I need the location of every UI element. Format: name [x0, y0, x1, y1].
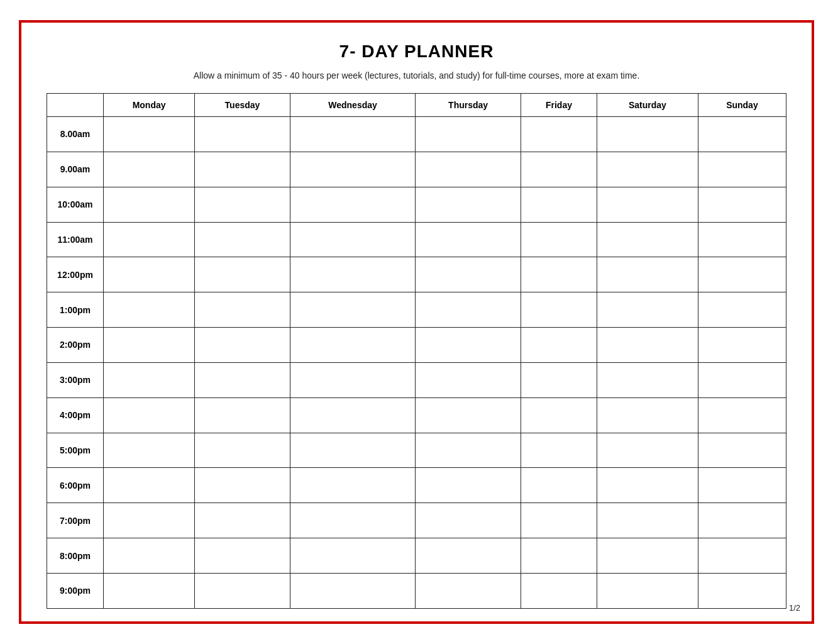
- schedule-cell[interactable]: [416, 187, 521, 222]
- schedule-cell[interactable]: [195, 362, 290, 397]
- schedule-cell[interactable]: [698, 117, 786, 152]
- schedule-cell[interactable]: [290, 187, 416, 222]
- schedule-cell[interactable]: [195, 503, 290, 538]
- schedule-cell[interactable]: [698, 468, 786, 503]
- schedule-cell[interactable]: [597, 503, 698, 538]
- schedule-cell[interactable]: [416, 468, 521, 503]
- schedule-cell[interactable]: [195, 187, 290, 222]
- schedule-cell[interactable]: [597, 573, 698, 608]
- schedule-cell[interactable]: [104, 538, 195, 574]
- schedule-cell[interactable]: [698, 433, 786, 468]
- schedule-cell[interactable]: [416, 433, 521, 468]
- schedule-cell[interactable]: [416, 573, 521, 608]
- schedule-cell[interactable]: [698, 503, 786, 538]
- schedule-cell[interactable]: [698, 187, 786, 222]
- schedule-cell[interactable]: [597, 538, 698, 574]
- schedule-cell[interactable]: [698, 573, 786, 608]
- schedule-cell[interactable]: [698, 152, 786, 187]
- schedule-cell[interactable]: [521, 538, 597, 574]
- schedule-cell[interactable]: [597, 187, 698, 222]
- schedule-cell[interactable]: [698, 222, 786, 257]
- schedule-cell[interactable]: [521, 152, 597, 187]
- schedule-cell[interactable]: [290, 468, 416, 503]
- schedule-cell[interactable]: [104, 117, 195, 152]
- schedule-cell[interactable]: [104, 187, 195, 222]
- schedule-cell[interactable]: [195, 117, 290, 152]
- table-row: 7:00pm: [47, 503, 786, 538]
- schedule-cell[interactable]: [195, 222, 290, 257]
- schedule-cell[interactable]: [290, 573, 416, 608]
- schedule-cell[interactable]: [521, 573, 597, 608]
- schedule-cell[interactable]: [521, 433, 597, 468]
- schedule-cell[interactable]: [698, 292, 786, 328]
- schedule-cell[interactable]: [597, 362, 698, 397]
- schedule-cell[interactable]: [597, 222, 698, 257]
- schedule-cell[interactable]: [521, 328, 597, 363]
- schedule-cell[interactable]: [521, 362, 597, 397]
- schedule-cell[interactable]: [290, 292, 416, 328]
- schedule-cell[interactable]: [104, 503, 195, 538]
- schedule-cell[interactable]: [290, 222, 416, 257]
- schedule-cell[interactable]: [104, 362, 195, 397]
- schedule-cell[interactable]: [290, 328, 416, 363]
- schedule-cell[interactable]: [597, 397, 698, 433]
- schedule-cell[interactable]: [416, 328, 521, 363]
- schedule-cell[interactable]: [521, 397, 597, 433]
- schedule-cell[interactable]: [416, 503, 521, 538]
- schedule-cell[interactable]: [416, 152, 521, 187]
- schedule-cell[interactable]: [416, 538, 521, 574]
- schedule-cell[interactable]: [104, 222, 195, 257]
- schedule-cell[interactable]: [104, 397, 195, 433]
- schedule-cell[interactable]: [521, 117, 597, 152]
- schedule-cell[interactable]: [698, 328, 786, 363]
- schedule-cell[interactable]: [195, 328, 290, 363]
- schedule-cell[interactable]: [597, 152, 698, 187]
- schedule-cell[interactable]: [521, 187, 597, 222]
- schedule-cell[interactable]: [698, 257, 786, 292]
- schedule-cell[interactable]: [195, 152, 290, 187]
- schedule-cell[interactable]: [195, 257, 290, 292]
- schedule-cell[interactable]: [195, 468, 290, 503]
- schedule-cell[interactable]: [597, 433, 698, 468]
- schedule-cell[interactable]: [195, 292, 290, 328]
- schedule-cell[interactable]: [597, 292, 698, 328]
- schedule-cell[interactable]: [698, 538, 786, 574]
- schedule-cell[interactable]: [195, 397, 290, 433]
- schedule-cell[interactable]: [416, 362, 521, 397]
- schedule-cell[interactable]: [104, 573, 195, 608]
- schedule-cell[interactable]: [698, 362, 786, 397]
- schedule-cell[interactable]: [597, 257, 698, 292]
- schedule-cell[interactable]: [416, 397, 521, 433]
- schedule-cell[interactable]: [195, 573, 290, 608]
- schedule-cell[interactable]: [104, 433, 195, 468]
- schedule-cell[interactable]: [521, 292, 597, 328]
- schedule-cell[interactable]: [521, 222, 597, 257]
- schedule-cell[interactable]: [104, 328, 195, 363]
- schedule-cell[interactable]: [290, 538, 416, 574]
- schedule-cell[interactable]: [597, 468, 698, 503]
- schedule-cell[interactable]: [104, 257, 195, 292]
- schedule-cell[interactable]: [195, 433, 290, 468]
- schedule-cell[interactable]: [195, 538, 290, 574]
- schedule-cell[interactable]: [290, 257, 416, 292]
- table-row: 5:00pm: [47, 433, 786, 468]
- schedule-cell[interactable]: [290, 117, 416, 152]
- schedule-cell[interactable]: [290, 397, 416, 433]
- schedule-cell[interactable]: [597, 328, 698, 363]
- schedule-cell[interactable]: [521, 257, 597, 292]
- schedule-cell[interactable]: [416, 292, 521, 328]
- schedule-cell[interactable]: [416, 257, 521, 292]
- schedule-cell[interactable]: [416, 117, 521, 152]
- schedule-cell[interactable]: [416, 222, 521, 257]
- schedule-cell[interactable]: [290, 433, 416, 468]
- schedule-cell[interactable]: [290, 503, 416, 538]
- schedule-cell[interactable]: [597, 117, 698, 152]
- schedule-cell[interactable]: [698, 397, 786, 433]
- schedule-cell[interactable]: [290, 152, 416, 187]
- schedule-cell[interactable]: [104, 468, 195, 503]
- schedule-cell[interactable]: [290, 362, 416, 397]
- schedule-cell[interactable]: [521, 468, 597, 503]
- schedule-cell[interactable]: [104, 152, 195, 187]
- schedule-cell[interactable]: [521, 503, 597, 538]
- schedule-cell[interactable]: [104, 292, 195, 328]
